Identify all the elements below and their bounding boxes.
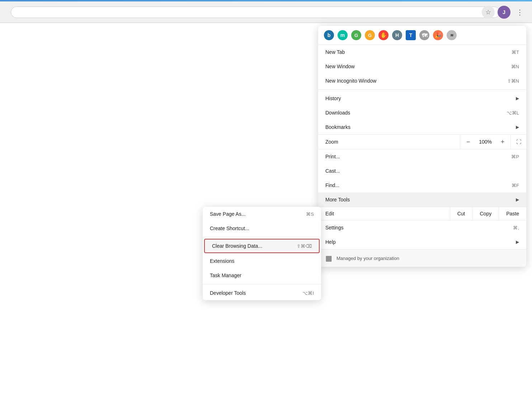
task-manager-label: Task Manager — [210, 273, 241, 278]
zoom-value: 100% — [476, 139, 495, 145]
help-label: Help — [325, 239, 336, 245]
cut-button[interactable]: Cut — [450, 207, 473, 220]
downloads-label: Downloads — [325, 110, 350, 116]
submenu-divider-2 — [203, 284, 321, 284]
managed-text: Managed by your organization — [336, 256, 399, 261]
submenu-create-shortcut[interactable]: Create Shortcut... — [203, 221, 321, 236]
history-label: History — [325, 96, 341, 101]
settings-label: Settings — [325, 225, 344, 231]
zoom-minus-button[interactable]: − — [460, 135, 476, 149]
browser-chrome: ☆ J ⋮ — [0, 1, 532, 23]
paste-button[interactable]: Paste — [499, 207, 526, 220]
menu-item-find[interactable]: Find... ⌘F — [318, 178, 526, 192]
help-chevron: ▶ — [516, 239, 519, 245]
new-window-label: New Window — [325, 64, 355, 69]
extensions-row: b m G G ✋ H T 🗺 🎉 ≋ — [318, 26, 526, 45]
extensions-label: Extensions — [210, 258, 234, 264]
edit-actions: Cut Copy Paste — [450, 207, 526, 220]
history-chevron: ▶ — [516, 96, 519, 101]
zoom-row: Zoom − 100% + ⛶ — [318, 134, 526, 149]
ext-m[interactable]: m — [338, 30, 348, 40]
menu-item-new-tab[interactable]: New Tab ⌘T — [318, 45, 526, 59]
managed-row: ▦ Managed by your organization — [318, 249, 526, 267]
submenu-developer-tools[interactable]: Developer Tools ⌥⌘I — [203, 286, 321, 300]
submenu-task-manager[interactable]: Task Manager — [203, 268, 321, 283]
avatar-label: J — [503, 9, 505, 15]
main-content: b m G G ✋ H T 🗺 🎉 ≋ New Tab ⌘T New Windo… — [0, 23, 532, 419]
submenu-extensions[interactable]: Extensions — [203, 254, 321, 268]
downloads-shortcut: ⌥⌘L — [507, 110, 519, 116]
bookmarks-label: Bookmarks — [325, 124, 350, 130]
more-tools-submenu: Save Page As... ⌘S Create Shortcut... Cl… — [203, 207, 321, 300]
ext-h[interactable]: H — [392, 30, 402, 40]
ext-grammarly[interactable]: G — [351, 30, 361, 40]
submenu-divider — [203, 237, 321, 237]
avatar-button[interactable]: J — [498, 6, 510, 19]
copy-button[interactable]: Copy — [473, 207, 499, 220]
menu-item-bookmarks[interactable]: Bookmarks ▶ — [318, 120, 526, 134]
ext-party[interactable]: 🎉 — [433, 30, 443, 40]
save-page-shortcut: ⌘S — [306, 211, 314, 217]
divider-1 — [318, 89, 526, 90]
print-label: Print... — [325, 154, 340, 159]
zoom-minus-icon: − — [466, 138, 470, 146]
chrome-menu: b m G G ✋ H T 🗺 🎉 ≋ New Tab ⌘T New Windo… — [318, 26, 526, 267]
fullscreen-icon: ⛶ — [516, 139, 521, 145]
find-shortcut: ⌘F — [512, 183, 519, 188]
menu-item-history[interactable]: History ▶ — [318, 91, 526, 106]
new-incognito-shortcut: ⇧⌘N — [507, 78, 519, 84]
create-shortcut-label: Create Shortcut... — [210, 225, 249, 231]
bookmarks-chevron: ▶ — [516, 125, 519, 130]
new-window-shortcut: ⌘N — [511, 64, 519, 69]
menu-item-more-tools[interactable]: More Tools ▶ — [318, 192, 526, 207]
submenu-clear-browsing[interactable]: Clear Browsing Data... ⇧⌘⌫ — [204, 239, 320, 253]
zoom-plus-button[interactable]: + — [495, 135, 510, 149]
zoom-label: Zoom — [318, 135, 460, 148]
zoom-controls: − 100% + — [460, 135, 510, 149]
find-label: Find... — [325, 182, 339, 188]
new-tab-shortcut: ⌘T — [512, 50, 519, 55]
more-tools-chevron: ▶ — [516, 197, 519, 202]
developer-tools-shortcut: ⌥⌘I — [302, 290, 314, 296]
menu-item-cast[interactable]: Cast... — [318, 164, 526, 178]
menu-item-downloads[interactable]: Downloads ⌥⌘L — [318, 106, 526, 120]
more-tools-label: More Tools — [325, 197, 350, 202]
managed-icon: ▦ — [325, 254, 332, 262]
ext-t[interactable]: T — [406, 30, 416, 40]
print-shortcut: ⌘P — [511, 154, 519, 159]
developer-tools-label: Developer Tools — [210, 290, 246, 296]
settings-shortcut: ⌘, — [513, 225, 519, 231]
new-incognito-label: New Incognito Window — [325, 78, 376, 84]
menu-item-settings[interactable]: Settings ⌘, — [318, 220, 526, 235]
save-page-label: Save Page As... — [210, 211, 246, 217]
cast-label: Cast... — [325, 168, 340, 174]
ext-adblock[interactable]: ✋ — [378, 30, 389, 40]
ext-gtranslate[interactable]: G — [365, 30, 375, 40]
menu-item-new-window[interactable]: New Window ⌘N — [318, 59, 526, 74]
more-icon: ⋮ — [516, 8, 524, 17]
submenu-save-page[interactable]: Save Page As... ⌘S — [203, 207, 321, 221]
zoom-plus-icon: + — [501, 138, 505, 146]
edit-row: Edit Cut Copy Paste — [318, 207, 526, 220]
more-button[interactable]: ⋮ — [513, 6, 526, 19]
clear-browsing-label: Clear Browsing Data... — [212, 243, 262, 249]
ext-bold[interactable]: b — [324, 30, 334, 40]
menu-item-new-incognito[interactable]: New Incognito Window ⇧⌘N — [318, 74, 526, 88]
menu-item-help[interactable]: Help ▶ — [318, 235, 526, 249]
star-button[interactable]: ☆ — [482, 6, 495, 19]
menu-item-print[interactable]: Print... ⌘P — [318, 149, 526, 164]
address-bar[interactable] — [11, 6, 500, 18]
ext-maps[interactable]: 🗺 — [419, 30, 429, 40]
clear-browsing-shortcut: ⇧⌘⌫ — [297, 243, 312, 249]
fullscreen-button[interactable]: ⛶ — [510, 135, 526, 149]
ext-last[interactable]: ≋ — [447, 30, 457, 40]
edit-label: Edit — [318, 207, 450, 220]
star-icon: ☆ — [485, 8, 491, 16]
new-tab-label: New Tab — [325, 49, 345, 55]
